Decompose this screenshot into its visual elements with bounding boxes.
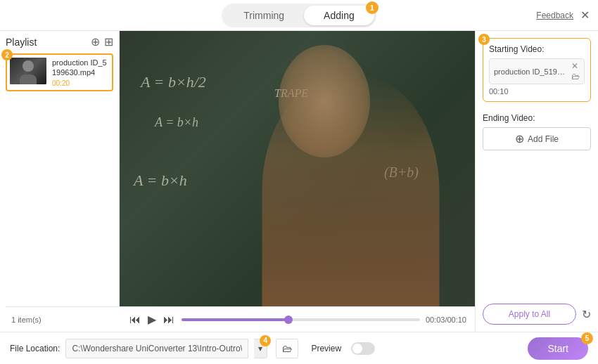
progress-track[interactable]: [182, 318, 420, 321]
starting-video-label: Starting Video:: [489, 44, 585, 54]
add-file-button[interactable]: ⊕ Add File: [483, 127, 591, 150]
starting-video-section: 3 Starting Video: production ID_5199630.…: [483, 38, 591, 102]
playlist-item-info: production ID_5199630.mp4 00:20: [52, 58, 109, 87]
playlist-header-icons: ⊕ ⊞: [91, 37, 113, 48]
video-frame: A = b×h/2 A = b×h A = b×h TRAPE (B+b): [120, 31, 475, 332]
tab-adding-badge: 1: [366, 1, 378, 14]
prev-frame-button[interactable]: ⏮: [128, 313, 142, 327]
chalk-formula-1: A = b×h/2: [141, 73, 206, 91]
playlist-badge: 2: [1, 49, 13, 60]
apply-all-row: Apply to All ↻: [483, 304, 591, 325]
next-frame-button[interactable]: ⏭: [162, 313, 176, 327]
add-file-label: Add File: [528, 134, 559, 144]
top-bar: Trimming Adding 1 Feedback ✕: [0, 0, 598, 31]
playlist-header: Playlist ⊕ ⊞: [6, 37, 113, 48]
refresh-icon[interactable]: ↻: [582, 308, 591, 321]
starting-video-filename: production ID_5199630....: [494, 67, 568, 76]
starting-video-actions: ✕ 🗁: [571, 62, 580, 81]
ending-video-section: Ending Video: ⊕ Add File: [483, 109, 591, 155]
face-area: [279, 45, 370, 157]
playlist-item-name: production ID_5199630.mp4: [52, 58, 109, 78]
file-location-input[interactable]: [65, 339, 248, 358]
clear-starting-icon[interactable]: ✕: [571, 62, 580, 70]
play-button[interactable]: ▶: [146, 313, 158, 327]
main-layout: Playlist ⊕ ⊞ production ID_5199630.mp4 0…: [0, 31, 598, 332]
apply-to-all-button[interactable]: Apply to All: [483, 304, 576, 325]
playlist-item-duration: 00:20: [52, 79, 109, 87]
right-panel: 3 Starting Video: production ID_5199630.…: [475, 31, 598, 332]
playlist-item-wrapper: production ID_5199630.mp4 00:20 2: [6, 53, 113, 91]
starting-video-file-row: production ID_5199630.... ✕ 🗁: [489, 58, 585, 84]
starting-video-badge: 3: [478, 34, 490, 45]
playlist-item[interactable]: production ID_5199630.mp4 00:20: [6, 53, 113, 91]
browse-folder-button[interactable]: 🗁: [276, 339, 298, 358]
items-count: 1 item(s): [6, 306, 120, 332]
close-button[interactable]: ✕: [580, 10, 590, 21]
folder-starting-icon[interactable]: 🗁: [571, 72, 580, 81]
tabs-container: Trimming Adding 1: [222, 4, 376, 27]
file-location-label: File Location:: [10, 344, 60, 353]
playlist-panel: Playlist ⊕ ⊞ production ID_5199630.mp4 0…: [0, 31, 120, 332]
dropdown-badge: 4: [260, 335, 271, 346]
video-panel: A = b×h/2 A = b×h A = b×h TRAPE (B+b): [120, 31, 475, 332]
playlist-title: Playlist: [6, 37, 37, 48]
bottom-bar: File Location: ▾ 4 🗁 Preview Start 5: [0, 332, 598, 364]
time-display: 00:03/00:10: [426, 316, 466, 324]
progress-bar-container: ⏮ ▶ ⏭ 00:03/00:10: [120, 306, 475, 332]
preview-label: Preview: [311, 344, 341, 353]
preview-toggle[interactable]: [351, 342, 375, 355]
tab-trimming[interactable]: Trimming: [224, 6, 304, 25]
start-button[interactable]: Start 5: [528, 337, 588, 360]
tab-adding[interactable]: Adding 1: [304, 6, 374, 25]
progress-thumb[interactable]: [284, 316, 293, 324]
ending-video-label: Ending Video:: [483, 113, 591, 123]
play-controls: ⏮ ▶ ⏭: [128, 313, 176, 327]
items-count-text: 1 item(s): [11, 316, 42, 324]
start-badge: 5: [581, 332, 593, 344]
chalk-formula-3: A = b×h: [134, 171, 187, 190]
feedback-link[interactable]: Feedback: [536, 11, 573, 20]
progress-fill: [182, 318, 288, 321]
add-circle-icon[interactable]: ⊕: [91, 37, 100, 48]
starting-video-time: 00:10: [489, 87, 585, 96]
folder-icon: 🗁: [282, 343, 292, 354]
thumbnail-image: [10, 58, 46, 84]
dropdown-button[interactable]: ▾ 4: [254, 339, 267, 358]
chalk-formula-2: A = b×h: [155, 115, 198, 130]
top-right: Feedback ✕: [536, 10, 590, 21]
playlist-thumbnail: [10, 58, 46, 84]
grid-add-icon[interactable]: ⊞: [104, 37, 113, 48]
plus-circle-icon: ⊕: [515, 132, 524, 145]
